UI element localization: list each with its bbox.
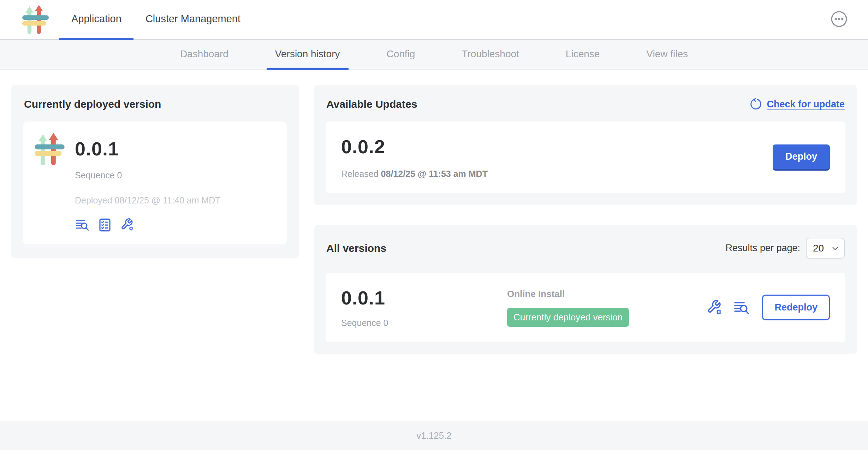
deployed-card-title: Currently deployed version — [24, 98, 287, 110]
app-footer: v1.125.2 — [0, 421, 868, 450]
refresh-icon — [748, 97, 762, 111]
header-actions — [830, 10, 848, 30]
deployed-version-number: 0.0.1 — [75, 138, 221, 160]
version-row-actions: Redeploy — [706, 295, 830, 320]
update-released-timestamp: Released 08/12/25 @ 11:53 am MDT — [341, 169, 488, 179]
currently-deployed-badge: Currently deployed version — [507, 308, 629, 327]
right-column: Available Updates Check for update 0.0.2… — [314, 85, 857, 354]
redeploy-button[interactable]: Redeploy — [762, 295, 830, 320]
overflow-menu-button[interactable] — [830, 10, 848, 28]
released-prefix: Released — [341, 169, 379, 179]
all-versions-card: All versions Results per page: 20 0 — [314, 225, 857, 354]
edit-config-icon — [120, 218, 135, 232]
deployed-version-panel: 0.0.1 Sequence 0 Deployed 08/12/25 @ 11:… — [23, 122, 287, 244]
deploy-logs-button[interactable] — [733, 299, 750, 316]
tab-config[interactable]: Config — [378, 40, 424, 70]
version-row-status: Online Install Currently deployed versio… — [507, 289, 706, 327]
header-tab-application[interactable]: Application — [59, 0, 133, 40]
app-logo-icon — [34, 133, 65, 166]
edit-config-button[interactable] — [120, 218, 135, 232]
available-updates-title: Available Updates — [326, 98, 417, 110]
all-versions-title: All versions — [326, 242, 386, 254]
tab-view-files[interactable]: View files — [638, 40, 696, 70]
edit-config-icon — [706, 299, 723, 316]
edit-config-button[interactable] — [706, 299, 723, 316]
app-header: Application Cluster Management — [0, 0, 868, 40]
deployed-action-icons — [75, 218, 221, 232]
deployed-timestamp: Deployed 08/12/25 @ 11:40 am MDT — [75, 195, 221, 206]
deployed-version-info: 0.0.1 Sequence 0 Deployed 08/12/25 @ 11:… — [75, 133, 221, 232]
tab-license[interactable]: License — [557, 40, 608, 70]
deploy-button[interactable]: Deploy — [773, 144, 830, 171]
preflight-checks-button[interactable] — [97, 218, 112, 232]
app-logo-icon — [21, 5, 49, 35]
released-date: 08/12/25 @ 11:53 am MDT — [381, 169, 488, 179]
deploy-logs-icon — [75, 218, 90, 232]
version-sequence: Sequence 0 — [341, 318, 507, 328]
install-type-label: Online Install — [507, 289, 706, 300]
deployed-sequence: Sequence 0 — [75, 170, 221, 180]
update-row: 0.0.2 Released 08/12/25 @ 11:53 am MDT D… — [326, 122, 845, 193]
update-version-number: 0.0.2 — [341, 136, 488, 158]
preflight-checks-icon — [97, 218, 112, 232]
console-version: v1.125.2 — [416, 430, 452, 441]
check-for-update-link[interactable]: Check for update — [748, 97, 845, 111]
ellipsis-circle-icon — [830, 10, 848, 28]
currently-deployed-card: Currently deployed version 0.0.1 Sequenc… — [11, 85, 299, 258]
deploy-logs-button[interactable] — [75, 218, 90, 232]
available-updates-card: Available Updates Check for update 0.0.2… — [314, 85, 857, 205]
version-number: 0.0.1 — [341, 287, 507, 309]
tab-version-history[interactable]: Version history — [267, 40, 349, 70]
version-row: 0.0.1 Sequence 0 Online Install Currentl… — [326, 273, 845, 342]
results-per-page: Results per page: 20 — [725, 238, 845, 259]
app-subnav: Dashboard Version history Config Trouble… — [0, 40, 868, 70]
check-for-update-label: Check for update — [767, 99, 845, 110]
deploy-logs-icon — [733, 299, 750, 316]
results-per-page-select[interactable]: 20 — [806, 238, 845, 259]
tab-troubleshoot[interactable]: Troubleshoot — [453, 40, 527, 70]
version-row-info: 0.0.1 Sequence 0 — [341, 287, 507, 328]
header-tab-cluster-management[interactable]: Cluster Management — [133, 0, 252, 40]
tab-dashboard[interactable]: Dashboard — [172, 40, 237, 70]
main-content: Currently deployed version 0.0.1 Sequenc… — [0, 70, 868, 421]
update-info: 0.0.2 Released 08/12/25 @ 11:53 am MDT — [341, 136, 488, 179]
header-tabs: Application Cluster Management — [59, 0, 252, 39]
results-per-page-label: Results per page: — [725, 243, 800, 254]
